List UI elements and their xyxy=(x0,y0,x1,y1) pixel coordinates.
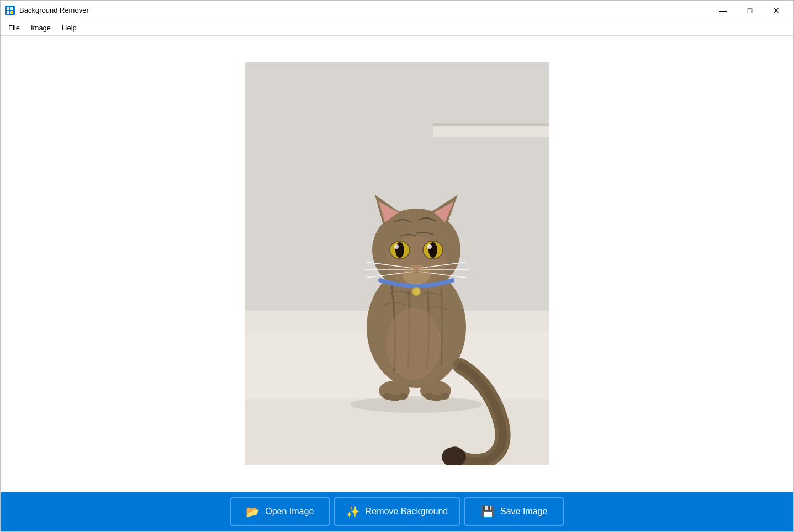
svg-point-24 xyxy=(440,393,449,400)
svg-rect-4 xyxy=(10,11,13,14)
save-image-label: Save Image xyxy=(500,507,547,517)
close-button[interactable]: ✕ xyxy=(764,2,789,19)
svg-point-16 xyxy=(386,308,441,380)
svg-point-48 xyxy=(413,288,420,295)
menu-bar: File Image Help xyxy=(1,20,793,36)
svg-point-49 xyxy=(403,265,430,285)
svg-point-34 xyxy=(394,244,399,249)
remove-background-label: Remove Background xyxy=(366,507,448,517)
main-window: Background Remover — □ ✕ File Image Help xyxy=(0,0,794,532)
svg-rect-1 xyxy=(7,7,9,10)
remove-background-icon: ✨ xyxy=(346,505,360,518)
svg-rect-8 xyxy=(433,123,549,126)
open-image-icon: 📂 xyxy=(246,505,260,518)
save-image-button[interactable]: 💾 Save Image xyxy=(464,497,564,526)
menu-file[interactable]: File xyxy=(3,22,25,34)
image-container xyxy=(245,62,549,465)
svg-point-21 xyxy=(398,393,408,400)
title-bar-left: Background Remover xyxy=(5,6,711,15)
open-image-button[interactable]: 📂 Open Image xyxy=(230,497,330,526)
minimize-button[interactable]: — xyxy=(711,2,736,19)
app-title: Background Remover xyxy=(19,6,89,14)
cat-image xyxy=(245,62,549,465)
svg-point-38 xyxy=(427,244,432,249)
title-bar-controls: — □ ✕ xyxy=(711,2,789,19)
svg-rect-0 xyxy=(5,6,15,15)
title-bar: Background Remover — □ ✕ xyxy=(1,1,793,20)
remove-background-button[interactable]: ✨ Remove Background xyxy=(334,497,460,526)
svg-point-14 xyxy=(350,396,483,413)
svg-rect-2 xyxy=(10,7,13,10)
open-image-label: Open Image xyxy=(265,507,314,517)
menu-help[interactable]: Help xyxy=(56,22,82,34)
menu-image[interactable]: Image xyxy=(25,22,56,34)
save-image-icon: 💾 xyxy=(481,505,495,518)
app-icon xyxy=(5,6,15,15)
bottom-bar: 📂 Open Image ✨ Remove Background 💾 Save … xyxy=(1,492,793,531)
content-area xyxy=(1,36,793,492)
maximize-button[interactable]: □ xyxy=(737,2,763,19)
svg-rect-3 xyxy=(7,11,9,14)
